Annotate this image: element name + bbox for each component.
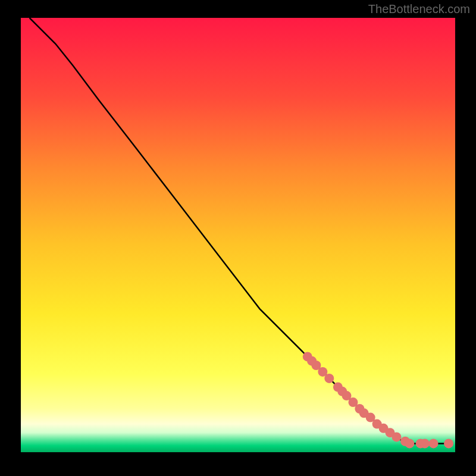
data-marker (324, 374, 334, 383)
chart-container: TheBottleneck.com (0, 0, 476, 476)
data-marker (420, 439, 430, 448)
data-marker (444, 439, 453, 448)
watermark-text: TheBottleneck.com (368, 2, 470, 16)
data-marker (405, 439, 414, 448)
data-marker (429, 439, 439, 448)
plot-area (21, 18, 455, 452)
chart-svg (21, 18, 455, 452)
data-marker (392, 432, 401, 441)
